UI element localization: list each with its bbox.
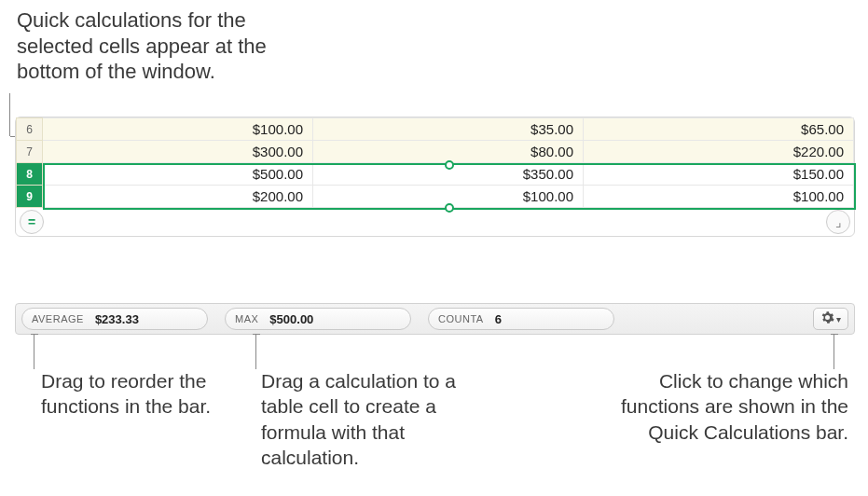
table-row[interactable]: 9$200.00$100.00$100.00 — [17, 186, 854, 208]
quick-calc-pill-max[interactable]: MAX$500.00 — [225, 308, 411, 330]
callout-leader-line-mid — [255, 334, 256, 369]
callout-drag-to-cell: Drag a calculation to a table cell to cr… — [261, 368, 494, 470]
table-row[interactable]: 6$100.00$35.00$65.00 — [17, 118, 854, 141]
quick-calculations-bar: AVERAGE$233.33MAX$500.00COUNTA6 ▾ — [15, 303, 855, 335]
table-row[interactable]: 8$500.00$350.00$150.00 — [17, 163, 854, 186]
row-header[interactable]: 6 — [17, 118, 43, 141]
cell[interactable]: $150.00 — [584, 163, 854, 186]
quick-calc-value: $500.00 — [269, 312, 313, 326]
quick-calc-value: 6 — [495, 312, 502, 326]
callout-quick-calculations: Quick calculations for the selected cell… — [17, 7, 315, 85]
row-header[interactable]: 8 — [17, 163, 43, 186]
cell[interactable]: $100.00 — [584, 186, 854, 208]
quick-calc-settings-button[interactable]: ▾ — [813, 308, 848, 330]
cell[interactable]: $300.00 — [43, 141, 313, 163]
callout-leader-line-right — [834, 334, 834, 369]
row-header[interactable]: 7 — [17, 141, 43, 163]
quick-calc-value: $233.33 — [95, 312, 139, 326]
cell[interactable]: $350.00 — [313, 163, 584, 186]
chevron-down-icon: ▾ — [836, 314, 841, 324]
spreadsheet-area: 6$100.00$35.00$65.007$300.00$80.00$220.0… — [15, 117, 855, 237]
column-corner-button[interactable]: ⌟ — [826, 210, 850, 234]
row-add-button[interactable]: = — [20, 210, 44, 234]
callout-drag-reorder: Drag to reorder the functions in the bar… — [41, 368, 237, 420]
quick-calc-label: COUNTA — [438, 313, 484, 324]
cell[interactable]: $500.00 — [43, 163, 313, 186]
cell[interactable]: $100.00 — [313, 186, 584, 208]
quick-calc-pill-average[interactable]: AVERAGE$233.33 — [21, 308, 208, 330]
cell[interactable]: $100.00 — [43, 118, 313, 141]
callout-leader-line-top — [9, 93, 10, 136]
cell[interactable]: $65.00 — [584, 118, 854, 141]
cell[interactable]: $35.00 — [313, 118, 584, 141]
table-row[interactable]: 7$300.00$80.00$220.00 — [17, 141, 854, 163]
spreadsheet-table[interactable]: 6$100.00$35.00$65.007$300.00$80.00$220.0… — [16, 117, 854, 208]
quick-calc-pill-counta[interactable]: COUNTA6 — [428, 308, 614, 330]
quick-calc-label: MAX — [235, 313, 258, 324]
row-header[interactable]: 9 — [17, 186, 43, 208]
cell[interactable]: $200.00 — [43, 186, 313, 208]
callout-change-functions: Click to change which functions are show… — [587, 368, 848, 445]
gear-icon — [820, 310, 834, 328]
cell[interactable]: $220.00 — [584, 141, 854, 163]
quick-calc-label: AVERAGE — [32, 313, 84, 324]
cell[interactable]: $80.00 — [313, 141, 584, 163]
callout-leader-line-left — [34, 334, 34, 369]
